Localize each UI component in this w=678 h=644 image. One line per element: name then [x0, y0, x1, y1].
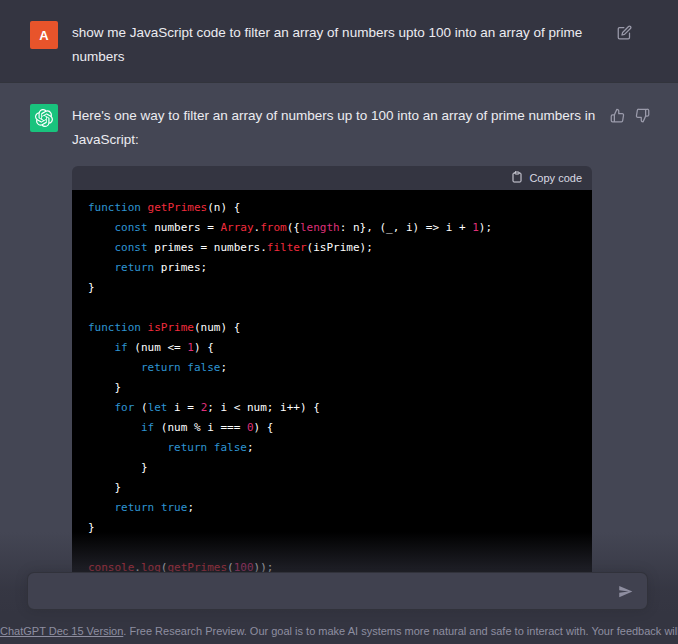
- send-button[interactable]: [612, 584, 647, 599]
- clipboard-icon: [511, 171, 523, 185]
- user-avatar: A: [30, 21, 58, 49]
- user-message: show me JavaScript code to filter an arr…: [72, 21, 596, 69]
- code-line: }: [88, 378, 576, 398]
- user-avatar-letter: A: [39, 28, 48, 43]
- code-line: return false;: [88, 438, 576, 458]
- user-message-row: A show me JavaScript code to filter an a…: [0, 0, 678, 82]
- user-message-line: numbers: [72, 45, 596, 69]
- footer-text: . Free Research Preview. Our goal is to …: [123, 625, 678, 637]
- code-line: return false;: [88, 358, 576, 378]
- copy-code-button[interactable]: Copy code: [511, 171, 582, 185]
- code-block: Copy code function getPrimes(n) { const …: [72, 166, 592, 592]
- code-line: }: [88, 458, 576, 478]
- assistant-message-actions: [610, 104, 650, 123]
- thumbs-down-button[interactable]: [635, 108, 650, 123]
- user-message-line: show me JavaScript code to filter an arr…: [72, 21, 596, 45]
- thumbs-up-button[interactable]: [610, 108, 625, 123]
- code-line: [88, 538, 576, 558]
- code-line: return true;: [88, 498, 576, 518]
- code-line: const numbers = Array.from({length: n}, …: [88, 218, 576, 238]
- code-line: }: [88, 278, 576, 298]
- code-line: function isPrime(num) {: [88, 318, 576, 338]
- code-line: function getPrimes(n) {: [88, 198, 576, 218]
- assistant-avatar: [30, 104, 58, 132]
- code-line: }: [88, 518, 576, 538]
- code-line: if (num <= 1) {: [88, 338, 576, 358]
- edit-message-button[interactable]: [617, 25, 632, 40]
- footer-version-link[interactable]: ChatGPT Dec 15 Version: [0, 625, 123, 637]
- chat-app: A show me JavaScript code to filter an a…: [0, 0, 678, 644]
- thumbs-up-icon: [610, 111, 625, 126]
- assistant-message-line: Here's one way to filter an array of num…: [72, 104, 596, 128]
- code-line: [88, 298, 576, 318]
- assistant-message: Here's one way to filter an array of num…: [72, 104, 596, 592]
- composer: [27, 572, 648, 610]
- user-message-actions: [617, 21, 632, 40]
- openai-logo-icon: [35, 109, 53, 127]
- copy-code-label: Copy code: [529, 172, 582, 184]
- code-line: const primes = numbers.filter(isPrime);: [88, 238, 576, 258]
- code-block-header: Copy code: [72, 166, 592, 190]
- code-line: }: [88, 478, 576, 498]
- code-content: function getPrimes(n) { const numbers = …: [72, 190, 592, 592]
- code-line: for (let i = 2; i < num; i++) {: [88, 398, 576, 418]
- send-icon: [618, 587, 633, 602]
- message-input[interactable]: [28, 573, 612, 609]
- code-line: if (num % i === 0) {: [88, 418, 576, 438]
- edit-icon: [617, 28, 632, 43]
- assistant-message-row: Here's one way to filter an array of num…: [0, 82, 678, 644]
- assistant-message-line: JavaScript:: [72, 128, 596, 152]
- code-line: return primes;: [88, 258, 576, 278]
- thumbs-down-icon: [635, 111, 650, 126]
- footer: ChatGPT Dec 15 Version. Free Research Pr…: [0, 625, 678, 637]
